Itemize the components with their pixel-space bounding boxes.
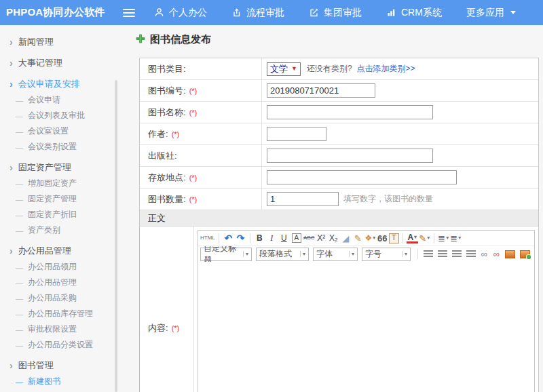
highlight-pen-icon[interactable]: ✎▾ [419,232,430,245]
sidebar-item-supplies-inventory[interactable]: —办公用品库存管理 [0,306,119,321]
nav-workflow-approval[interactable]: 流程审批 [231,7,284,19]
sidebar-item-meeting-category-settings[interactable]: —会议类别设置 [0,139,119,155]
sidebar-item-book-mgmt-group[interactable]: ›图书管理 [0,357,119,374]
caret-down-icon: ▾ [402,251,407,257]
align-center-icon[interactable] [438,250,447,258]
chevron-right-icon: › [10,58,13,68]
category-select[interactable]: 文学 ▼ [267,62,301,76]
dash-icon: — [16,180,23,188]
storage-location-input[interactable] [267,170,457,184]
sidebar-scrollbar[interactable] [115,80,117,392]
quantity-input[interactable] [267,192,339,206]
font-color-icon[interactable]: A▾ [407,233,418,243]
dash-icon: — [16,227,23,235]
sidebar-item-memorabilia-mgmt[interactable]: ›大事记管理 [0,55,119,71]
insert-media-icon[interactable] [520,250,530,258]
strikethrough-icon[interactable]: ABC [303,232,315,245]
underline-icon[interactable]: U [278,232,290,245]
sidebar-item-supplies-category-settings[interactable]: —办公用品分类设置 [0,337,119,353]
required-mark: (*) [189,109,198,117]
publisher-input[interactable] [267,149,433,163]
sidebar-item-meeting-apply[interactable]: —会议申请 [0,92,119,108]
nav-personal-office[interactable]: 个人办公 [154,7,207,19]
blockquote-icon[interactable]: 66 [377,232,388,245]
required-mark: (*) [189,87,198,95]
author-input[interactable] [267,127,326,141]
paragraph-format-select[interactable]: 段落格式▾ [256,248,309,261]
sidebar-item-fixed-assets-group[interactable]: ›固定资产管理 [0,159,119,176]
dash-icon: — [16,279,23,287]
color-palette-icon[interactable]: ❖▾ [364,232,376,245]
chevron-right-icon: › [10,37,13,47]
sidebar-item-meeting-room-settings[interactable]: —会议室设置 [0,123,119,139]
book-form: 图书类目: 文学 ▼ 还没有类别? 点击添加类别>> 图书编号: (*) 图书名… [139,58,539,392]
nav-label: 流程审批 [246,7,284,19]
dash-icon: — [16,128,23,136]
sidebar-item-office-supplies-group[interactable]: ›办公用品管理 [0,243,119,259]
book-number-input[interactable] [267,83,375,98]
format-brush-icon[interactable]: ✎ [352,232,364,245]
chevron-right-icon: › [10,163,13,172]
sidebar-item-fixed-asset-depreciation[interactable]: —固定资产折旧 [0,207,119,222]
font-family-select[interactable]: 字体▾ [313,248,358,261]
html-source-icon[interactable]: HTML [200,232,215,245]
field-label: 内容: (*) [140,227,194,392]
toolbar-separator [250,233,250,243]
image-icon[interactable] [505,250,515,258]
unlink-icon[interactable]: ∞ [491,248,502,260]
field-label: 图书数量: (*) [140,189,262,210]
subscript-icon[interactable]: X₂ [328,232,339,245]
align-left-icon[interactable] [424,250,433,258]
unordered-list-icon[interactable]: ≣▾ [450,232,462,245]
auto-typeset-icon[interactable]: A [292,233,301,243]
nav-more-apps[interactable]: 更多应用 [466,7,516,19]
sidebar-item-supplies-receive[interactable]: —办公用品领用 [0,259,119,275]
sidebar-item-new-book[interactable]: —新建图书 [0,374,119,389]
nav-group-approval[interactable]: 集团审批 [309,7,362,19]
category-note: 还没有类别? [307,63,352,75]
italic-icon[interactable]: I [266,232,278,245]
link-icon[interactable]: ∞ [479,248,490,260]
sidebar-item-meeting-list-approval[interactable]: —会议列表及审批 [0,108,119,123]
add-category-link[interactable]: 点击添加类别>> [357,63,415,75]
toolbar-separator [402,233,403,243]
nav-crm-system[interactable]: CRM系统 [386,7,442,19]
dash-icon: — [16,294,23,302]
font-size-select[interactable]: 字号▾ [362,248,411,261]
sidebar-item-approval-permission-settings[interactable]: —审批权限设置 [0,321,119,337]
bold-icon[interactable]: B [254,232,265,245]
redo-icon[interactable]: ↷ [235,232,246,245]
eraser-icon[interactable]: ◢ [340,232,352,245]
custom-heading-select[interactable]: 自定义标题▾ [200,248,252,261]
select-caret-icon: ▼ [291,66,297,72]
editor-content-area[interactable] [198,262,534,392]
sidebar: ›新闻管理 ›大事记管理 ›会议申请及安排 —会议申请 —会议列表及审批 —会议… [0,25,119,392]
nav-label: CRM系统 [401,7,442,19]
field-label: 图书编号: (*) [140,80,262,101]
paste-text-icon[interactable]: T [389,233,399,243]
caret-down-icon: ▾ [446,235,449,241]
undo-icon[interactable]: ↶ [223,232,234,245]
align-right-icon[interactable] [452,250,462,258]
sidebar-item-meeting-apply-group[interactable]: ›会议申请及安排 [0,76,119,92]
rich-text-editor: HTML ↶ ↷ B I U A ABC X² X₂ ◢ ✎ ❖▾ 66 T [198,230,535,392]
superscript-icon[interactable]: X² [316,232,327,245]
dash-icon: — [16,341,23,349]
caret-down-icon: ▾ [414,235,417,240]
align-justify-icon[interactable] [466,250,476,258]
sidebar-item-news-mgmt[interactable]: ›新闻管理 [0,34,119,50]
sidebar-item-add-fixed-asset[interactable]: —增加固定资产 [0,176,119,191]
dash-icon: — [16,195,23,203]
ordered-list-icon[interactable]: ≣▾ [438,232,449,245]
topbar: PHPOA协同办公软件 个人办公 流程审批 [0,0,543,25]
sidebar-item-asset-category[interactable]: —资产类别 [0,222,119,238]
sidebar-item-supplies-purchase[interactable]: —办公用品采购 [0,290,119,306]
sidebar-item-book-mgmt[interactable]: —图书管理 [0,389,119,392]
sidebar-item-fixed-asset-mgmt[interactable]: —固定资产管理 [0,191,119,207]
sidebar-item-supplies-mgmt[interactable]: —办公用品管理 [0,275,119,290]
hamburger-menu-icon[interactable] [123,9,135,17]
dash-icon: — [16,326,23,334]
field-label: 作者: (*) [140,123,262,144]
book-name-input[interactable] [267,105,433,119]
top-navigation: 个人办公 流程审批 集团审批 CRM系统 [154,7,516,19]
